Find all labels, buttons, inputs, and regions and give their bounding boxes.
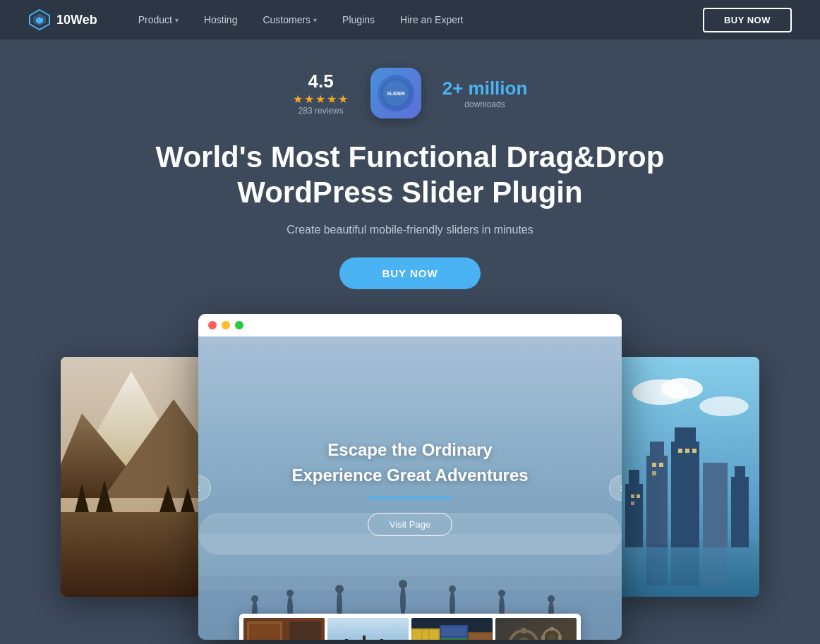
svg-point-25: [400, 585, 406, 616]
svg-rect-97: [646, 544, 668, 586]
svg-rect-93: [652, 471, 656, 475]
browser-window: ‹ › Escape the Ordinary Experience Great…: [198, 314, 622, 640]
nav-item-hire-expert[interactable]: Hire an Expert: [387, 0, 476, 40]
browser-titlebar: [198, 314, 622, 336]
svg-point-30: [498, 590, 505, 597]
reviews-text: 283 reviews: [299, 106, 344, 116]
buy-now-hero-button[interactable]: BUY NOW: [339, 257, 480, 289]
svg-rect-42: [363, 636, 366, 640]
nav-item-product[interactable]: Product ▾: [126, 0, 191, 40]
svg-point-22: [287, 590, 294, 597]
svg-rect-95: [685, 449, 689, 453]
svg-rect-92: [659, 463, 663, 467]
svg-rect-86: [731, 477, 749, 547]
slider-overlay-text: Escape the Ordinary Experience Great Adv…: [291, 440, 528, 536]
thumbnail-2[interactable]: [327, 618, 409, 640]
product-chevron-icon: ▾: [175, 16, 179, 24]
svg-rect-94: [678, 449, 682, 453]
svg-rect-70: [550, 627, 554, 631]
svg-rect-10: [61, 512, 202, 597]
stars-icon: ★★★★★: [293, 92, 349, 106]
browser-dot-green: [235, 321, 243, 329]
svg-rect-90: [631, 502, 634, 505]
browser-content: ‹ › Escape the Ordinary Experience Great…: [198, 336, 622, 640]
svg-rect-79: [625, 484, 643, 547]
svg-point-32: [548, 595, 555, 602]
browser-dot-red: [208, 321, 217, 329]
nav-right: BUY NOW: [703, 8, 792, 32]
thumbnail-4[interactable]: [495, 618, 577, 640]
logo-text: 10Web: [56, 13, 97, 28]
svg-rect-35: [249, 624, 280, 640]
svg-rect-43: [380, 639, 383, 640]
buy-now-nav-button[interactable]: BUY NOW: [703, 8, 792, 32]
svg-rect-73: [558, 636, 562, 640]
svg-rect-96: [692, 449, 697, 453]
svg-text:SLIDER: SLIDER: [387, 91, 405, 96]
svg-rect-48: [413, 630, 438, 640]
nav-item-plugins[interactable]: Plugins: [330, 0, 387, 40]
svg-rect-64: [521, 628, 526, 633]
svg-rect-56: [469, 633, 491, 640]
nav-item-customers[interactable]: Customers ▾: [250, 0, 330, 40]
svg-point-28: [449, 585, 456, 593]
downloads-number: 2+ million: [442, 78, 528, 99]
svg-point-26: [399, 580, 407, 588]
logo-icon: [28, 8, 51, 31]
svg-point-20: [251, 595, 258, 602]
svg-point-76: [661, 378, 703, 399]
nav-links: Product ▾ Hosting Customers ▾ Plugins Hi…: [126, 0, 703, 40]
svg-rect-41: [345, 639, 348, 640]
svg-rect-89: [637, 494, 640, 498]
side-card-left: [61, 357, 202, 597]
stat-downloads: 2+ million downloads: [442, 78, 528, 109]
hero-title: World's Most Functional Drag&Drop WordPr…: [92, 140, 728, 211]
svg-rect-87: [735, 466, 745, 484]
svg-rect-91: [652, 463, 656, 467]
stat-rating: 4.5 ★★★★★ 283 reviews: [293, 71, 349, 116]
slider-divider: [368, 497, 452, 499]
svg-rect-88: [631, 494, 634, 498]
plugin-icon-inner: SLIDER: [378, 75, 414, 111]
slider-title-line1: Escape the Ordinary: [291, 440, 528, 460]
svg-rect-54: [441, 626, 466, 636]
plugin-logo-svg: SLIDER: [379, 76, 413, 110]
stats-row: 4.5 ★★★★★ 283 reviews SLIDER 2+ million …: [293, 68, 528, 119]
rating-number: 4.5: [308, 71, 334, 92]
browser-dot-yellow: [222, 321, 230, 329]
svg-rect-81: [646, 456, 668, 547]
city-image: [618, 357, 759, 597]
mountain-image: [61, 357, 202, 597]
svg-rect-72: [541, 636, 545, 640]
side-card-right: [618, 357, 759, 597]
hero-section: 4.5 ★★★★★ 283 reviews SLIDER 2+ million …: [0, 40, 820, 640]
svg-rect-83: [671, 442, 699, 547]
thumbnail-1[interactable]: BOYS ONLY: [243, 618, 325, 640]
svg-rect-80: [629, 470, 639, 491]
svg-rect-85: [703, 463, 728, 547]
svg-rect-99: [703, 544, 728, 586]
thumbnail-strip: BOYS ONLY: [239, 614, 581, 640]
nav-item-hosting[interactable]: Hosting: [191, 0, 250, 40]
downloads-label: downloads: [464, 99, 505, 109]
svg-rect-38: [289, 621, 321, 640]
svg-rect-82: [650, 442, 664, 463]
browser-container: ‹ › Escape the Ordinary Experience Great…: [121, 314, 699, 640]
plugin-icon: SLIDER: [370, 68, 421, 119]
svg-rect-84: [675, 427, 696, 449]
svg-rect-39: [327, 618, 409, 640]
slider-visit-button[interactable]: Visit Page: [368, 513, 452, 536]
svg-rect-98: [671, 544, 699, 586]
hero-subtitle: Create beautiful mobile-friendly sliders…: [287, 224, 533, 236]
svg-point-24: [335, 585, 344, 593]
slider-title-line2: Experience Great Adventures: [291, 466, 528, 485]
svg-point-77: [699, 396, 749, 416]
navbar: 10Web Product ▾ Hosting Customers ▾ Plug…: [0, 0, 820, 40]
thumbnail-3[interactable]: [411, 618, 493, 640]
logo[interactable]: 10Web: [28, 8, 97, 31]
customers-chevron-icon: ▾: [313, 16, 317, 24]
